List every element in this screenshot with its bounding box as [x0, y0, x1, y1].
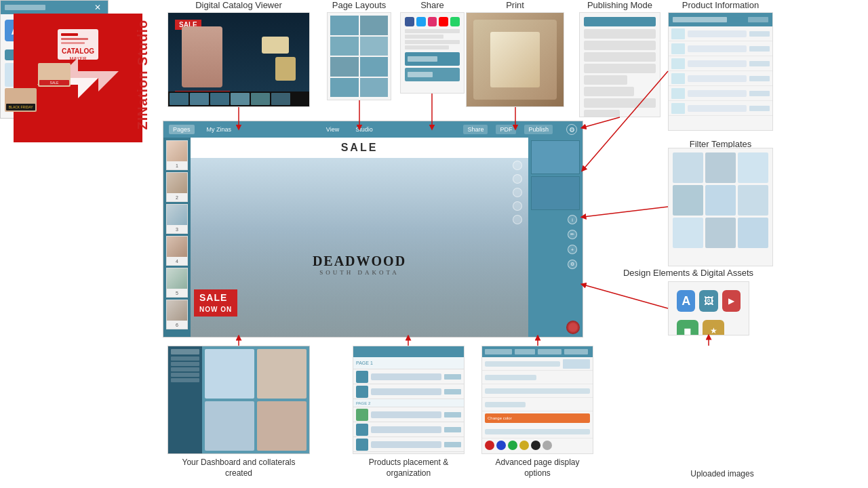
svg-rect-2 [61, 38, 88, 40]
panel-icon-add[interactable]: + [568, 245, 577, 254]
share-icons-row [405, 17, 460, 26]
thumbnail-design-elements: A 🖼 ▶ ◼ ★ [668, 281, 749, 336]
dashboard-main [202, 346, 309, 453]
canvas-deadwood-text: DEADWOOD SOUTH DAKOTA [313, 253, 406, 276]
toolbar-tab-publish[interactable]: Publish [524, 125, 553, 134]
pub-row-6 [584, 87, 634, 96]
panel-icon-edit[interactable]: ✏ [568, 230, 577, 239]
svg-line-18 [583, 285, 668, 308]
filter-cell-5 [705, 185, 736, 216]
catalog-bow [262, 37, 289, 54]
toolbar-tab-pages[interactable]: Pages [169, 125, 195, 134]
filter-cell-8 [705, 218, 736, 248]
pub-row-2 [584, 41, 656, 50]
product-row-4 [669, 71, 772, 86]
placement-page2: PAGE 2 [353, 399, 464, 407]
thumbnail-publishing-mode [579, 12, 660, 117]
close-icon[interactable]: ✕ [94, 3, 104, 12]
svg-line-15 [583, 117, 620, 127]
label-uploaded-images: Uploaded images [668, 469, 776, 480]
placement-row-5 [353, 437, 464, 452]
thumbnail-share [400, 12, 465, 94]
publishing-inner [580, 13, 660, 117]
label-digital-catalog: Digital Catalog Viewer [167, 0, 310, 12]
design-icon-video: ▶ [722, 290, 741, 312]
thumbnail-print [466, 12, 564, 107]
page-thumb-6[interactable]: 6 [166, 300, 188, 329]
label-print: Print [466, 0, 564, 12]
label-page-layouts: Page Layouts [327, 0, 391, 12]
placement-img-1 [356, 371, 368, 383]
canvas-icon-3[interactable] [513, 188, 522, 197]
right-thumb-2 [531, 176, 580, 210]
page-thumb-3[interactable]: 3 [166, 204, 188, 234]
placement-row-1 [353, 369, 464, 384]
canvas-icon-4[interactable] [513, 201, 522, 211]
product-row-2 [669, 41, 772, 56]
toolbar-tab-view[interactable]: View [322, 125, 343, 134]
svg-rect-1 [61, 33, 78, 36]
dash-thumb-2 [257, 349, 307, 399]
panel-icon-info[interactable]: i [568, 215, 577, 224]
adv-save-icon[interactable] [570, 453, 590, 454]
toolbar-tab-share[interactable]: Share [463, 125, 488, 134]
label-dashboard: Your Dashboard and collaterals created [167, 458, 310, 479]
page-thumb-4[interactable]: 4 [166, 236, 188, 266]
design-icon-text: A [677, 290, 695, 312]
swatch-blue[interactable] [496, 441, 506, 450]
panel-color-picker[interactable] [566, 321, 580, 334]
advanced-header [482, 346, 593, 357]
swatch-green[interactable] [508, 441, 517, 450]
toolbar-tab-studio[interactable]: Studio [351, 125, 377, 134]
design-icon-image: 🖼 [699, 290, 717, 312]
thumbnail-page-layouts [327, 12, 391, 100]
settings-icon[interactable]: ⚙ [566, 124, 577, 135]
placement-img-5 [356, 439, 368, 451]
adv-row-1 [482, 357, 593, 371]
page-thumb-5[interactable]: 5 [166, 268, 188, 298]
product-row-1 [669, 26, 772, 41]
thumbnail-products-placement: PAGE 1 PAGE 2 [353, 346, 465, 454]
studio-canvas: SALE DEADWOOD SOUTH DAKOTA SALENOW ON [191, 138, 528, 337]
swatch-yellow[interactable] [519, 441, 529, 450]
swatch-gray[interactable] [542, 441, 552, 450]
adv-color-option[interactable]: Change color [485, 413, 590, 423]
toolbar-tab-pdf[interactable]: PDF [496, 125, 516, 134]
design-icon-star: ★ [703, 320, 724, 336]
canvas-sale-header: SALE [191, 138, 528, 158]
placement-img-3 [356, 409, 368, 421]
filter-cell-2 [705, 152, 736, 183]
toolbar-tab-myzinas[interactable]: My Zinas [203, 125, 236, 134]
page-thumb-2[interactable]: 2 [166, 172, 188, 202]
page-thumb-1[interactable]: 1 [166, 140, 188, 170]
label-advanced-display: Advanced page display options [481, 458, 593, 479]
canvas-icon-1[interactable] [513, 161, 522, 170]
pub-row-7 [584, 98, 656, 108]
uploaded-img-2: SALE [38, 63, 70, 87]
design-icons-row: A 🖼 ▶ [669, 282, 749, 320]
panel-icon-settings[interactable]: ⚙ [568, 260, 577, 269]
swatch-black[interactable] [531, 441, 540, 450]
digital-catalog-inner: SALE SPECIAL EDITION [168, 13, 309, 106]
svg-text:CATALOG: CATALOG [62, 47, 94, 55]
product-row-5 [669, 86, 772, 101]
swatch-red[interactable] [485, 441, 494, 450]
share-fb-icon [405, 17, 414, 26]
canvas-right-icons [510, 158, 525, 227]
canvas-icon-5[interactable] [513, 215, 522, 224]
canvas-icon-2[interactable] [513, 174, 522, 184]
product-row-3 [669, 56, 772, 71]
filter-grid [669, 148, 772, 252]
thumbnail-dashboard [167, 346, 310, 454]
placement-row-3 [353, 407, 464, 422]
share-yt-icon [439, 17, 448, 26]
dash-thumb-4 [257, 401, 307, 451]
right-thumb-1 [531, 140, 580, 174]
product-row-6 [669, 101, 772, 116]
dash-thumb-1 [205, 349, 254, 399]
adv-row-5 [482, 425, 593, 439]
adv-row-3 [482, 384, 593, 398]
placement-header [353, 346, 464, 357]
share-tw-icon [416, 17, 426, 26]
filter-cell-4 [673, 185, 703, 216]
